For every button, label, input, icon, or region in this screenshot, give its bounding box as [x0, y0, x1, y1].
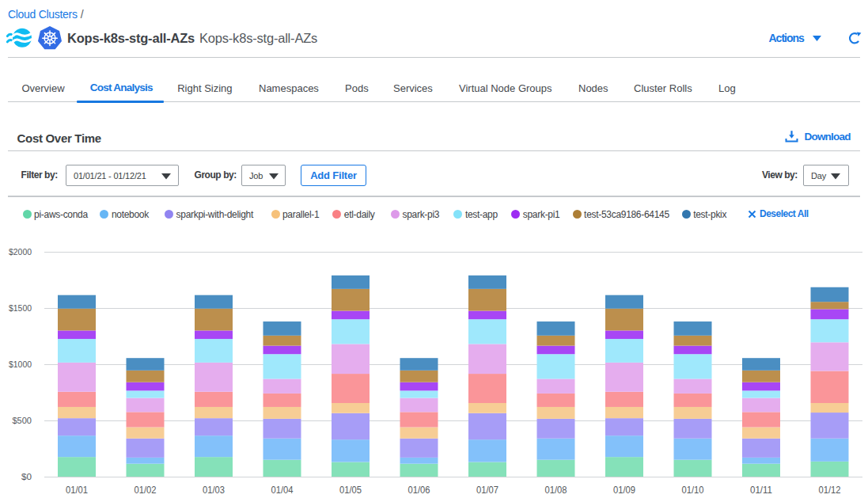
svg-text:01/08: 01/08 — [545, 485, 567, 496]
svg-text:01/05: 01/05 — [339, 485, 362, 496]
svg-text:$2000: $2000 — [9, 247, 32, 257]
svg-text:01/11: 01/11 — [750, 485, 772, 496]
svg-text:01/03: 01/03 — [203, 485, 225, 496]
svg-text:$0: $0 — [21, 472, 32, 481]
svg-text:01/06: 01/06 — [408, 485, 430, 496]
svg-text:01/02: 01/02 — [135, 485, 157, 496]
svg-text:$1500: $1500 — [9, 303, 32, 313]
svg-text:01/07: 01/07 — [476, 485, 498, 496]
svg-text:01/09: 01/09 — [613, 485, 635, 496]
svg-text:01/01: 01/01 — [66, 485, 88, 496]
svg-text:01/12: 01/12 — [819, 485, 841, 496]
svg-text:01/04: 01/04 — [271, 485, 294, 496]
svg-text:$500: $500 — [13, 416, 32, 425]
svg-text:01/10: 01/10 — [682, 485, 704, 496]
svg-text:$1000: $1000 — [9, 359, 32, 369]
